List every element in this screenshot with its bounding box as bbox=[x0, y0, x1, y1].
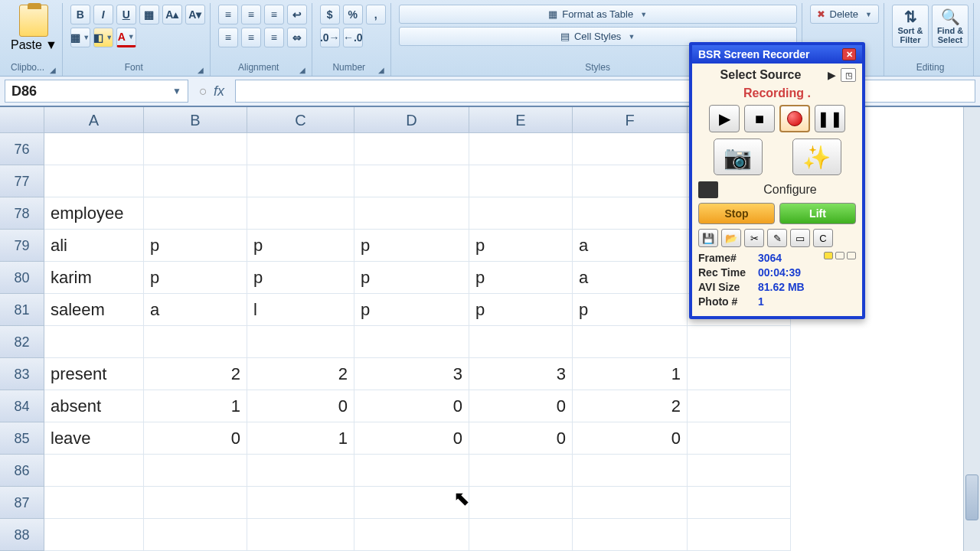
cell[interactable] bbox=[354, 455, 469, 487]
cell[interactable]: p bbox=[573, 294, 688, 326]
font-color-button[interactable]: A▼ bbox=[116, 28, 136, 47]
cell[interactable]: a bbox=[573, 262, 688, 294]
merge-button[interactable]: ⇔ bbox=[287, 28, 307, 47]
open-icon[interactable]: 📂 bbox=[721, 229, 741, 247]
cell[interactable]: absent bbox=[44, 390, 144, 422]
cell[interactable] bbox=[247, 326, 354, 358]
cell[interactable] bbox=[688, 487, 791, 519]
configure-button[interactable]: Configure bbox=[724, 183, 856, 197]
cell[interactable]: p bbox=[469, 294, 573, 326]
grow-font-button[interactable]: A▴ bbox=[162, 5, 182, 24]
cell[interactable]: karim bbox=[44, 262, 144, 294]
row-header[interactable]: 82 bbox=[0, 326, 44, 358]
cell[interactable] bbox=[144, 326, 247, 358]
row-header[interactable]: 76 bbox=[0, 133, 44, 165]
cell[interactable] bbox=[688, 519, 791, 551]
cell[interactable]: 1 bbox=[247, 422, 354, 455]
cell[interactable] bbox=[573, 197, 688, 230]
increase-decimal-button[interactable]: .0→ bbox=[320, 28, 340, 47]
cell[interactable] bbox=[354, 197, 469, 230]
row-header[interactable]: 83 bbox=[0, 358, 44, 390]
column-header[interactable]: A bbox=[44, 107, 144, 133]
cell[interactable] bbox=[688, 358, 791, 390]
row-header[interactable]: 81 bbox=[0, 294, 44, 326]
cell[interactable] bbox=[144, 455, 247, 487]
cell[interactable] bbox=[354, 165, 469, 197]
align-bottom-button[interactable]: ≡ bbox=[264, 5, 284, 24]
shrink-font-button[interactable]: A▾ bbox=[185, 5, 205, 24]
border-dropdown[interactable]: ▦▼ bbox=[70, 28, 90, 47]
recorder-stop-wide-button[interactable]: Stop bbox=[698, 203, 775, 224]
border-button[interactable]: ▦ bbox=[139, 5, 159, 24]
cell[interactable] bbox=[573, 487, 688, 519]
cell[interactable] bbox=[688, 390, 791, 422]
cell[interactable]: ali bbox=[44, 230, 144, 262]
cell[interactable] bbox=[469, 133, 573, 165]
cell[interactable]: p bbox=[354, 294, 469, 326]
cell[interactable]: employee bbox=[44, 197, 144, 230]
chevron-down-icon[interactable]: ▼ bbox=[172, 86, 181, 96]
select-source-button[interactable]: Select Source bbox=[698, 68, 823, 82]
cell[interactable] bbox=[688, 326, 791, 358]
scrollbar-thumb[interactable] bbox=[965, 474, 978, 520]
find-select-button[interactable]: 🔍 Find & Select bbox=[932, 5, 969, 47]
window-icon[interactable]: ▭ bbox=[790, 229, 810, 247]
name-box[interactable]: D86 ▼ bbox=[5, 80, 188, 103]
cell[interactable]: p bbox=[144, 230, 247, 262]
cell[interactable] bbox=[247, 455, 354, 487]
close-icon[interactable]: ✕ bbox=[842, 48, 856, 60]
cell[interactable]: 0 bbox=[573, 422, 688, 455]
comma-button[interactable]: , bbox=[366, 5, 386, 24]
row-header[interactable]: 84 bbox=[0, 390, 44, 422]
cell[interactable] bbox=[247, 197, 354, 230]
row-header[interactable]: 79 bbox=[0, 230, 44, 262]
cell[interactable]: 0 bbox=[469, 390, 573, 422]
align-left-button[interactable]: ≡ bbox=[218, 28, 238, 47]
cell[interactable] bbox=[573, 326, 688, 358]
cell[interactable]: 1 bbox=[573, 358, 688, 390]
pen-icon[interactable]: ✎ bbox=[767, 229, 787, 247]
cell[interactable] bbox=[44, 455, 144, 487]
delete-button[interactable]: ✖ Delete ▼ bbox=[810, 5, 880, 24]
cell[interactable] bbox=[573, 455, 688, 487]
cell[interactable] bbox=[44, 326, 144, 358]
align-right-button[interactable]: ≡ bbox=[264, 28, 284, 47]
cell[interactable]: 2 bbox=[247, 358, 354, 390]
vertical-scrollbar[interactable] bbox=[963, 107, 980, 551]
cell[interactable]: p bbox=[247, 262, 354, 294]
popout-icon[interactable]: ◳ bbox=[841, 68, 856, 82]
cell[interactable] bbox=[688, 422, 791, 455]
cell[interactable] bbox=[354, 519, 469, 551]
screenshot-button[interactable]: 📷 bbox=[714, 139, 763, 175]
column-header[interactable]: E bbox=[469, 107, 573, 133]
cell[interactable]: l bbox=[247, 294, 354, 326]
dialog-launcher-icon[interactable]: ◢ bbox=[299, 66, 305, 74]
pause-button[interactable]: ❚❚ bbox=[815, 105, 845, 132]
cell[interactable]: p bbox=[144, 262, 247, 294]
cell[interactable] bbox=[469, 197, 573, 230]
column-header[interactable]: F bbox=[573, 107, 688, 133]
decrease-decimal-button[interactable]: ←.0 bbox=[343, 28, 363, 47]
cell[interactable] bbox=[247, 487, 354, 519]
cell[interactable] bbox=[44, 133, 144, 165]
column-header[interactable]: D bbox=[354, 107, 469, 133]
cell[interactable]: 3 bbox=[354, 358, 469, 390]
record-button[interactable] bbox=[779, 105, 810, 132]
cell[interactable] bbox=[354, 326, 469, 358]
sort-filter-button[interactable]: ⇅ Sort & Filter bbox=[892, 5, 929, 47]
align-middle-button[interactable]: ≡ bbox=[241, 5, 261, 24]
cell[interactable]: 0 bbox=[469, 422, 573, 455]
wrap-text-button[interactable]: ↩ bbox=[287, 5, 307, 24]
row-header[interactable]: 80 bbox=[0, 262, 44, 294]
wand-button[interactable]: ✨ bbox=[792, 139, 841, 175]
column-header[interactable]: C bbox=[247, 107, 354, 133]
cancel-formula-icon[interactable]: ○ bbox=[199, 83, 207, 99]
cell[interactable] bbox=[247, 165, 354, 197]
play-button[interactable]: ▶ bbox=[709, 105, 740, 132]
cell[interactable]: 0 bbox=[144, 422, 247, 455]
column-header[interactable]: B bbox=[144, 107, 247, 133]
row-header[interactable]: 77 bbox=[0, 165, 44, 197]
cell[interactable] bbox=[144, 519, 247, 551]
cell[interactable]: 3 bbox=[469, 358, 573, 390]
refresh-icon[interactable]: C bbox=[813, 229, 833, 247]
